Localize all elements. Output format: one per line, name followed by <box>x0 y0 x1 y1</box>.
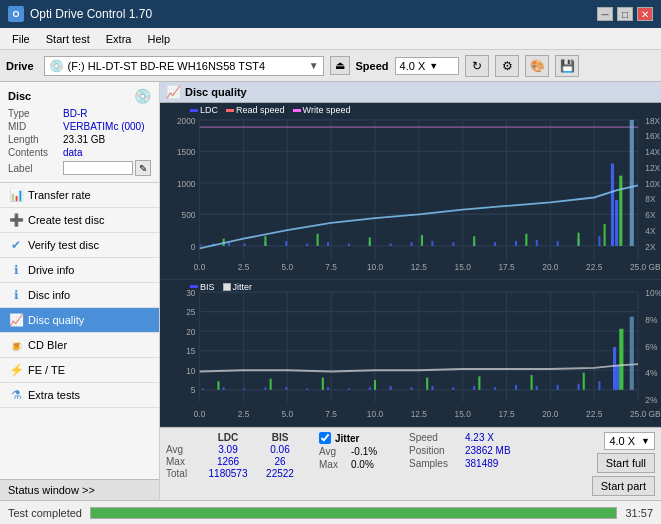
svg-text:7.5: 7.5 <box>325 408 337 419</box>
sidebar-item-drive-info[interactable]: ℹ Drive info <box>0 258 159 283</box>
minimize-button[interactable]: ─ <box>597 7 613 21</box>
start-part-button[interactable]: Start part <box>592 476 655 496</box>
sidebar-item-disc-info[interactable]: ℹ Disc info <box>0 283 159 308</box>
svg-text:16X: 16X <box>645 131 660 142</box>
disc-contents-label: Contents <box>8 147 63 158</box>
max-label: Max <box>166 456 201 467</box>
svg-rect-43 <box>200 245 202 246</box>
transfer-rate-icon: 📊 <box>8 188 24 202</box>
max-jitter-value: 0.0% <box>351 459 391 470</box>
svg-text:20.0: 20.0 <box>542 408 558 419</box>
avg-label: Avg <box>166 444 201 455</box>
svg-rect-46 <box>244 244 246 246</box>
menu-file[interactable]: File <box>4 31 38 47</box>
disc-type-value: BD-R <box>63 108 151 119</box>
avg-jitter-label: Avg <box>319 446 349 457</box>
svg-rect-120 <box>244 388 246 389</box>
svg-rect-54 <box>411 242 413 246</box>
sidebar-item-fe-te[interactable]: ⚡ FE / TE <box>0 358 159 383</box>
sidebar-item-verify-test-disc[interactable]: ✔ Verify test disc <box>0 233 159 258</box>
svg-rect-77 <box>160 280 661 426</box>
svg-rect-75 <box>619 176 622 246</box>
speed-dropdown[interactable]: 4.0 X ▼ <box>604 432 655 450</box>
menu-extra[interactable]: Extra <box>98 31 140 47</box>
total-bis-value: 22522 <box>255 468 305 479</box>
stats-area: LDC BIS Avg 3.09 0.06 Max 1266 26 Tota <box>160 427 661 500</box>
cd-bier-icon: 🍺 <box>8 338 24 352</box>
jitter-header: Jitter <box>335 433 359 444</box>
disc-section: Disc 💿 Type BD-R MID VERBATIMc (000) Len… <box>0 82 159 183</box>
sidebar-item-create-test-disc[interactable]: ➕ Create test disc <box>0 208 159 233</box>
maximize-button[interactable]: □ <box>617 7 633 21</box>
svg-rect-71 <box>473 236 475 246</box>
sidebar-item-disc-quality[interactable]: 📈 Disc quality <box>0 308 159 333</box>
save-button[interactable]: 💾 <box>555 55 579 77</box>
window-controls: ─ □ ✕ <box>597 7 653 21</box>
speed-stat-value: 4.23 X <box>465 432 494 443</box>
sidebar-item-transfer-rate[interactable]: 📊 Transfer rate <box>0 183 159 208</box>
eject-button[interactable]: ⏏ <box>330 56 350 75</box>
svg-rect-126 <box>369 387 371 389</box>
svg-text:7.5: 7.5 <box>325 262 337 273</box>
svg-rect-128 <box>411 387 413 389</box>
svg-rect-129 <box>431 386 433 390</box>
empty-cell <box>166 432 201 443</box>
chart2-legend: BIS Jitter <box>190 282 252 292</box>
svg-rect-135 <box>557 385 559 390</box>
jitter-checkbox[interactable] <box>319 432 331 444</box>
speed-label: Speed <box>356 60 389 72</box>
svg-text:18X: 18X <box>645 115 660 126</box>
svg-text:12X: 12X <box>645 162 660 173</box>
svg-rect-143 <box>374 380 376 390</box>
label-edit-button[interactable]: ✎ <box>135 160 151 176</box>
start-full-button[interactable]: Start full <box>597 453 655 473</box>
progress-bar-fill <box>91 508 616 518</box>
legend-write: Write speed <box>293 105 351 115</box>
disc-label-label: Label <box>8 163 63 174</box>
sidebar-label-disc-info: Disc info <box>28 289 70 301</box>
refresh-button[interactable]: ↻ <box>465 55 489 77</box>
legend-jitter: Jitter <box>223 282 253 292</box>
disc-length-label: Length <box>8 134 63 145</box>
ldc-header: LDC <box>203 432 253 443</box>
svg-rect-56 <box>452 242 454 246</box>
svg-text:GB: GB <box>648 262 660 273</box>
svg-rect-141 <box>270 378 272 389</box>
svg-rect-119 <box>223 387 225 389</box>
svg-text:10: 10 <box>186 365 195 376</box>
disc-label-input[interactable] <box>63 161 133 175</box>
create-test-disc-icon: ➕ <box>8 213 24 227</box>
sidebar-item-extra-tests[interactable]: ⚗ Extra tests <box>0 383 159 408</box>
svg-rect-146 <box>531 375 533 390</box>
svg-rect-73 <box>578 233 580 246</box>
avg-ldc-value: 3.09 <box>203 444 253 455</box>
legend-ldc: LDC <box>190 105 218 115</box>
svg-rect-55 <box>431 241 433 246</box>
disc-quality-header-icon: 📈 <box>166 85 181 99</box>
palette-button[interactable]: 🎨 <box>525 55 549 77</box>
svg-rect-138 <box>613 347 616 390</box>
svg-rect-59 <box>515 241 517 246</box>
svg-rect-130 <box>452 387 454 389</box>
svg-rect-65 <box>615 200 618 246</box>
max-jitter-label: Max <box>319 459 349 470</box>
svg-rect-49 <box>306 244 308 246</box>
progress-bar <box>90 507 617 519</box>
sidebar-label-cd-bier: CD BIer <box>28 339 67 351</box>
max-ldc-value: 1266 <box>203 456 253 467</box>
sidebar-item-cd-bier[interactable]: 🍺 CD BIer <box>0 333 159 358</box>
svg-text:6%: 6% <box>645 341 657 352</box>
sidebar-label-create-test-disc: Create test disc <box>28 214 104 226</box>
menu-help[interactable]: Help <box>139 31 178 47</box>
settings-button[interactable]: ⚙ <box>495 55 519 77</box>
drive-selector[interactable]: 💿 (F:) HL-DT-ST BD-RE WH16NS58 TST4 ▼ <box>44 56 324 76</box>
svg-rect-64 <box>611 164 614 246</box>
status-window-toggle[interactable]: Status window >> <box>0 479 159 500</box>
status-time: 31:57 <box>625 507 653 519</box>
svg-text:0.0: 0.0 <box>194 262 206 273</box>
close-button[interactable]: ✕ <box>637 7 653 21</box>
speed-selector[interactable]: 4.0 X ▼ <box>395 57 460 75</box>
samples-value: 381489 <box>465 458 498 469</box>
menu-start-test[interactable]: Start test <box>38 31 98 47</box>
svg-rect-137 <box>598 381 600 390</box>
